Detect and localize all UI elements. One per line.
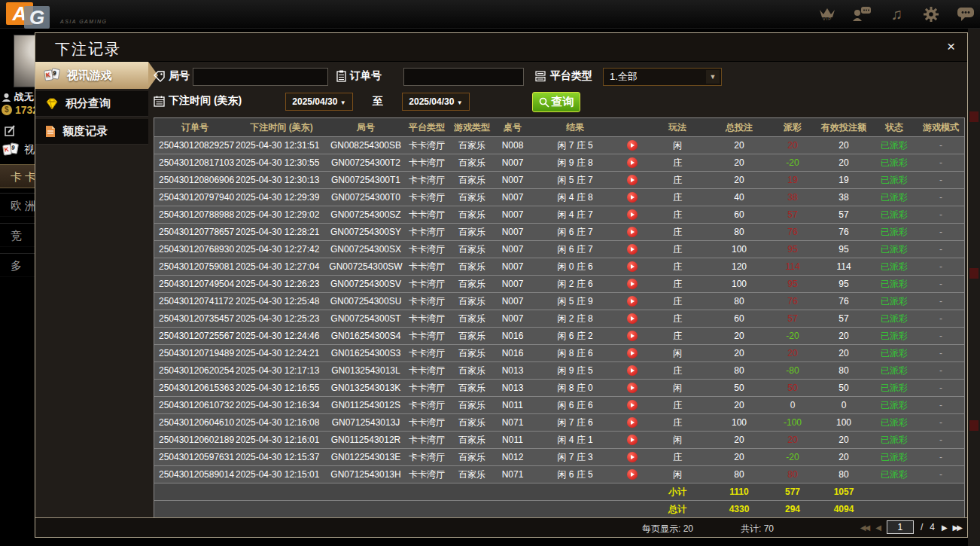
cell-platform: 卡卡湾厅: [404, 295, 449, 308]
cell-result: 闲 9 庄 5: [531, 365, 619, 377]
date-from-dropdown[interactable]: 2025/04/30 ▼: [285, 93, 353, 111]
avatar[interactable]: [14, 35, 35, 87]
header-cell: 玩法: [645, 121, 710, 134]
replay-play-icon[interactable]: [627, 348, 638, 358]
replay-play-icon[interactable]: [627, 313, 638, 324]
cell-side: 庄: [645, 416, 710, 429]
cell-platform: 卡卡湾厅: [404, 278, 449, 291]
cell-status: 已派彩: [871, 139, 918, 152]
platform-type-dropdown[interactable]: 1.全部 ▼: [603, 68, 722, 86]
tab-video-games[interactable]: 视讯游戏: [35, 62, 148, 89]
cell-platform: 卡卡湾厅: [404, 174, 449, 187]
replay-play-icon[interactable]: [627, 417, 638, 428]
vip-icon[interactable]: VIP: [817, 3, 837, 26]
cell-side: 庄: [645, 209, 710, 221]
customer-service-icon[interactable]: [852, 3, 872, 26]
table-row: 2504301207495042025-04-30 12:26:23GN0072…: [154, 275, 964, 292]
close-button[interactable]: ×: [947, 39, 955, 54]
cell-bet: 40: [710, 192, 768, 203]
cell-tableno: N012: [495, 452, 531, 462]
cell-platform: 卡卡湾厅: [404, 243, 449, 256]
replay-play-icon[interactable]: [627, 365, 638, 376]
pagination: ◀◀ ◀ / 4 ▶ ▶▶: [860, 520, 961, 534]
cell-mode: -: [918, 175, 964, 185]
ag-logo[interactable]: A G ASIA GAMING: [6, 1, 96, 28]
tab-label: 视讯游戏: [67, 69, 112, 83]
play-cell: [619, 365, 645, 377]
cell-result: 闲 7 庄 5: [531, 139, 619, 152]
play-cell: [619, 261, 645, 273]
replay-play-icon[interactable]: [627, 469, 638, 480]
chat-icon[interactable]: [956, 3, 975, 26]
first-page-icon[interactable]: ◀◀: [860, 523, 869, 532]
background-video-tab[interactable]: 视: [3, 143, 35, 157]
replay-play-icon[interactable]: [627, 209, 638, 220]
play-cell: [619, 209, 645, 221]
cell-mode: -: [918, 452, 964, 462]
cell-bet: 120: [710, 261, 768, 272]
replay-play-icon[interactable]: [627, 261, 638, 272]
coin-icon: [2, 105, 12, 115]
replay-play-icon[interactable]: [627, 227, 638, 237]
replay-play-icon[interactable]: [627, 244, 638, 255]
play-cell: [619, 192, 645, 203]
edit-icon[interactable]: [5, 125, 16, 139]
page-number-input[interactable]: [887, 520, 914, 534]
round-number-input[interactable]: [193, 68, 328, 86]
cell-game: 百家乐: [449, 365, 495, 377]
tab-quota-records[interactable]: 额度记录: [35, 119, 148, 145]
cell-valid: 20: [817, 452, 871, 462]
replay-play-icon[interactable]: [627, 175, 638, 185]
cell-platform: 卡卡湾厅: [404, 261, 449, 273]
hall-item-jingmi[interactable]: 竞: [0, 223, 35, 247]
music-icon[interactable]: ♫: [887, 3, 906, 26]
cell-round: GN016254300S4: [327, 331, 404, 341]
prev-page-icon[interactable]: ◀: [875, 523, 880, 532]
cell-valid: 20: [817, 140, 871, 151]
order-number-input[interactable]: [403, 68, 524, 86]
cell-valid: 114: [817, 261, 871, 272]
cell-order: 250430120610732: [154, 400, 236, 410]
tab-points-query[interactable]: 积分查询: [35, 91, 148, 117]
replay-play-icon[interactable]: [627, 192, 638, 203]
header-cell: 派彩: [768, 121, 817, 134]
tab-label: 额度记录: [62, 124, 108, 139]
cell-status: 已派彩: [871, 468, 918, 481]
chevron-down-icon: ▼: [706, 70, 720, 84]
cell-game: 百家乐: [449, 261, 495, 273]
cell-platform: 卡卡湾厅: [404, 191, 449, 204]
cell-mode: -: [918, 192, 964, 203]
cell-order: 250430120725567: [154, 331, 236, 341]
background-video-label: 视: [24, 143, 35, 157]
replay-play-icon[interactable]: [627, 400, 638, 410]
cell-mode: -: [918, 209, 964, 220]
cell-time: 2025-04-30 12:30:13: [236, 175, 327, 185]
cell-tableno: N007: [495, 296, 531, 307]
last-page-icon[interactable]: ▶▶: [953, 523, 961, 532]
hall-item-europe[interactable]: 欧洲: [0, 193, 35, 217]
settings-gear-icon[interactable]: [921, 3, 941, 26]
replay-play-icon[interactable]: [627, 331, 638, 341]
cell-game: 百家乐: [449, 243, 495, 256]
cell-side: 闲: [645, 468, 710, 481]
cell-round: GN007254300SX: [327, 244, 404, 255]
balance-row: 1732: [2, 104, 35, 116]
replay-play-icon[interactable]: [627, 140, 638, 151]
search-button[interactable]: 查询: [532, 92, 580, 112]
cell-round: GN007254300SW: [327, 261, 404, 272]
cell-valid: 19: [817, 175, 871, 185]
replay-play-icon[interactable]: [627, 435, 638, 445]
hall-item-multi[interactable]: 多: [0, 253, 35, 277]
replay-play-icon[interactable]: [627, 383, 638, 393]
cell-time: 2025-04-30 12:26:23: [236, 279, 327, 289]
replay-play-icon[interactable]: [627, 157, 638, 168]
date-to-dropdown[interactable]: 2025/04/30 ▼: [402, 93, 470, 111]
hall-item-kaka[interactable]: 卡卡: [0, 164, 35, 188]
cell-mode: -: [918, 383, 964, 393]
play-cell: [619, 157, 645, 169]
replay-play-icon[interactable]: [627, 452, 638, 462]
replay-play-icon[interactable]: [627, 279, 638, 289]
cell-order: 250430120719489: [154, 348, 236, 358]
next-page-icon[interactable]: ▶: [942, 523, 946, 532]
replay-play-icon[interactable]: [627, 296, 638, 307]
